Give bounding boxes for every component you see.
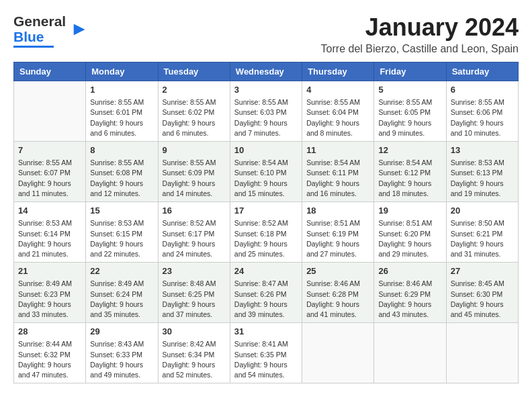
day-number: 16: [163, 205, 226, 217]
day-number: 12: [378, 144, 441, 156]
day-detail: Sunrise: 8:55 AM Sunset: 6:02 PM Dayligh…: [163, 97, 226, 138]
calendar-cell: 22Sunrise: 8:49 AM Sunset: 6:24 PM Dayli…: [86, 263, 158, 323]
day-detail: Sunrise: 8:55 AM Sunset: 6:08 PM Dayligh…: [90, 158, 153, 199]
weekday-header-wednesday: Wednesday: [230, 62, 302, 81]
weekday-header-row: SundayMondayTuesdayWednesdayThursdayFrid…: [14, 62, 519, 81]
day-detail: Sunrise: 8:53 AM Sunset: 6:15 PM Dayligh…: [90, 218, 153, 259]
day-detail: Sunrise: 8:49 AM Sunset: 6:24 PM Dayligh…: [90, 279, 153, 320]
day-detail: Sunrise: 8:53 AM Sunset: 6:13 PM Dayligh…: [451, 158, 514, 199]
day-detail: Sunrise: 8:45 AM Sunset: 6:30 PM Dayligh…: [451, 279, 514, 320]
logo-text-blue: Blue: [13, 29, 66, 44]
calendar-cell: 30Sunrise: 8:42 AM Sunset: 6:34 PM Dayli…: [158, 323, 230, 383]
calendar-cell: 23Sunrise: 8:48 AM Sunset: 6:25 PM Dayli…: [158, 263, 230, 323]
calendar-cell: 16Sunrise: 8:52 AM Sunset: 6:17 PM Dayli…: [158, 202, 230, 263]
day-number: 10: [234, 144, 298, 156]
calendar-cell: 17Sunrise: 8:52 AM Sunset: 6:18 PM Dayli…: [230, 202, 302, 263]
logo-bird-icon: ►: [70, 18, 89, 40]
week-row-4: 21Sunrise: 8:49 AM Sunset: 6:23 PM Dayli…: [14, 263, 519, 323]
day-number: 13: [451, 144, 514, 156]
calendar-cell: 12Sunrise: 8:54 AM Sunset: 6:12 PM Dayli…: [374, 142, 446, 202]
day-number: 29: [90, 326, 153, 338]
calendar-cell: 13Sunrise: 8:53 AM Sunset: 6:13 PM Dayli…: [446, 142, 518, 202]
calendar-table: SundayMondayTuesdayWednesdayThursdayFrid…: [13, 62, 519, 383]
calendar-cell: 7Sunrise: 8:55 AM Sunset: 6:07 PM Daylig…: [14, 142, 86, 202]
calendar-cell: 31Sunrise: 8:41 AM Sunset: 6:35 PM Dayli…: [230, 323, 302, 383]
day-number: 3: [234, 84, 298, 96]
day-detail: Sunrise: 8:51 AM Sunset: 6:19 PM Dayligh…: [306, 218, 369, 259]
day-detail: Sunrise: 8:55 AM Sunset: 6:05 PM Dayligh…: [378, 97, 441, 138]
day-number: 22: [90, 265, 153, 277]
day-detail: Sunrise: 8:55 AM Sunset: 6:06 PM Dayligh…: [451, 97, 514, 138]
day-detail: Sunrise: 8:55 AM Sunset: 6:03 PM Dayligh…: [234, 97, 298, 138]
calendar-cell: 15Sunrise: 8:53 AM Sunset: 6:15 PM Dayli…: [86, 202, 158, 263]
calendar-cell: 29Sunrise: 8:43 AM Sunset: 6:33 PM Dayli…: [86, 323, 158, 383]
day-number: 1: [90, 84, 153, 96]
day-detail: Sunrise: 8:47 AM Sunset: 6:26 PM Dayligh…: [234, 279, 298, 320]
calendar-cell: 5Sunrise: 8:55 AM Sunset: 6:05 PM Daylig…: [374, 81, 446, 142]
day-number: 4: [306, 84, 369, 96]
calendar-cell: 20Sunrise: 8:50 AM Sunset: 6:21 PM Dayli…: [446, 202, 518, 263]
day-detail: Sunrise: 8:55 AM Sunset: 6:04 PM Dayligh…: [306, 97, 369, 138]
header: General Blue ► January 2024 Torre del Bi…: [13, 13, 519, 55]
calendar-cell: [14, 81, 86, 142]
day-detail: Sunrise: 8:44 AM Sunset: 6:32 PM Dayligh…: [18, 339, 81, 380]
day-number: 24: [234, 265, 298, 277]
calendar-cell: 14Sunrise: 8:53 AM Sunset: 6:14 PM Dayli…: [14, 202, 86, 263]
day-detail: Sunrise: 8:53 AM Sunset: 6:14 PM Dayligh…: [18, 218, 81, 259]
day-number: 7: [18, 144, 81, 156]
week-row-3: 14Sunrise: 8:53 AM Sunset: 6:14 PM Dayli…: [14, 202, 519, 263]
weekday-header-friday: Friday: [374, 62, 446, 81]
day-detail: Sunrise: 8:46 AM Sunset: 6:29 PM Dayligh…: [378, 279, 441, 320]
day-number: 8: [90, 144, 153, 156]
day-number: 25: [306, 265, 369, 277]
calendar-cell: 2Sunrise: 8:55 AM Sunset: 6:02 PM Daylig…: [158, 81, 230, 142]
day-number: 5: [378, 84, 441, 96]
day-number: 19: [378, 205, 441, 217]
day-number: 28: [18, 326, 81, 338]
day-detail: Sunrise: 8:43 AM Sunset: 6:33 PM Dayligh…: [90, 339, 153, 380]
day-number: 30: [163, 326, 226, 338]
calendar-cell: 11Sunrise: 8:54 AM Sunset: 6:11 PM Dayli…: [302, 142, 374, 202]
weekday-header-thursday: Thursday: [302, 62, 374, 81]
calendar-cell: 27Sunrise: 8:45 AM Sunset: 6:30 PM Dayli…: [446, 263, 518, 323]
calendar-cell: 25Sunrise: 8:46 AM Sunset: 6:28 PM Dayli…: [302, 263, 374, 323]
day-detail: Sunrise: 8:52 AM Sunset: 6:17 PM Dayligh…: [163, 218, 226, 259]
calendar-cell: 10Sunrise: 8:54 AM Sunset: 6:10 PM Dayli…: [230, 142, 302, 202]
calendar-cell: [302, 323, 374, 383]
weekday-header-monday: Monday: [86, 62, 158, 81]
day-number: 18: [306, 205, 369, 217]
day-detail: Sunrise: 8:54 AM Sunset: 6:11 PM Dayligh…: [306, 158, 369, 199]
day-number: 31: [234, 326, 298, 338]
week-row-2: 7Sunrise: 8:55 AM Sunset: 6:07 PM Daylig…: [14, 142, 519, 202]
day-number: 23: [163, 265, 226, 277]
calendar-cell: 26Sunrise: 8:46 AM Sunset: 6:29 PM Dayli…: [374, 263, 446, 323]
day-detail: Sunrise: 8:54 AM Sunset: 6:10 PM Dayligh…: [234, 158, 298, 199]
calendar-cell: 9Sunrise: 8:55 AM Sunset: 6:09 PM Daylig…: [158, 142, 230, 202]
day-number: 27: [451, 265, 514, 277]
calendar-cell: 28Sunrise: 8:44 AM Sunset: 6:32 PM Dayli…: [14, 323, 86, 383]
location-title: Torre del Bierzo, Castille and Leon, Spa…: [321, 43, 519, 55]
day-detail: Sunrise: 8:49 AM Sunset: 6:23 PM Dayligh…: [18, 279, 81, 320]
day-number: 20: [451, 205, 514, 217]
day-detail: Sunrise: 8:54 AM Sunset: 6:12 PM Dayligh…: [378, 158, 441, 199]
week-row-5: 28Sunrise: 8:44 AM Sunset: 6:32 PM Dayli…: [14, 323, 519, 383]
day-detail: Sunrise: 8:50 AM Sunset: 6:21 PM Dayligh…: [451, 218, 514, 259]
calendar-cell: 4Sunrise: 8:55 AM Sunset: 6:04 PM Daylig…: [302, 81, 374, 142]
month-title: January 2024: [321, 13, 519, 42]
weekday-header-tuesday: Tuesday: [158, 62, 230, 81]
calendar-cell: 3Sunrise: 8:55 AM Sunset: 6:03 PM Daylig…: [230, 81, 302, 142]
day-number: 17: [234, 205, 298, 217]
logo-text-general: General: [13, 13, 66, 29]
calendar-cell: 21Sunrise: 8:49 AM Sunset: 6:23 PM Dayli…: [14, 263, 86, 323]
calendar-cell: 6Sunrise: 8:55 AM Sunset: 6:06 PM Daylig…: [446, 81, 518, 142]
calendar-cell: [374, 323, 446, 383]
day-detail: Sunrise: 8:55 AM Sunset: 6:09 PM Dayligh…: [163, 158, 226, 199]
day-number: 6: [451, 84, 514, 96]
calendar-cell: [446, 323, 518, 383]
day-detail: Sunrise: 8:41 AM Sunset: 6:35 PM Dayligh…: [234, 339, 298, 380]
weekday-header-sunday: Sunday: [14, 62, 86, 81]
day-detail: Sunrise: 8:51 AM Sunset: 6:20 PM Dayligh…: [378, 218, 441, 259]
calendar-cell: 24Sunrise: 8:47 AM Sunset: 6:26 PM Dayli…: [230, 263, 302, 323]
week-row-1: 1Sunrise: 8:55 AM Sunset: 6:01 PM Daylig…: [14, 81, 519, 142]
day-detail: Sunrise: 8:55 AM Sunset: 6:01 PM Dayligh…: [90, 97, 153, 138]
